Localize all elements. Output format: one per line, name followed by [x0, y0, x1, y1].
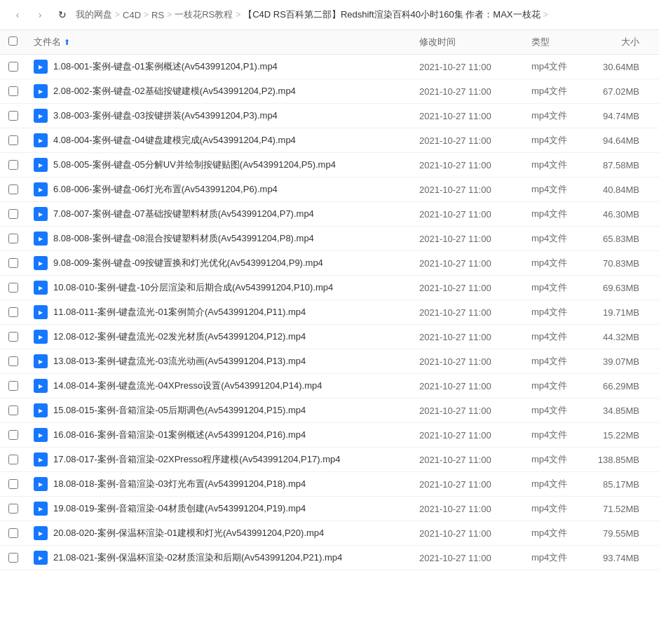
header-check[interactable]	[8, 36, 34, 48]
row-mtime-18: 2021-10-27 11:00	[419, 504, 531, 514]
row-name-0[interactable]: 1.08-001-案例-键盘-01案例概述(Av543991204,P1).mp…	[34, 60, 419, 74]
row-check-3[interactable]	[8, 135, 34, 145]
row-mtime-13: 2021-10-27 11:00	[419, 381, 531, 391]
row-check-9[interactable]	[8, 283, 34, 293]
row-check-15[interactable]	[8, 430, 34, 440]
row-size-19: 79.55MB	[587, 528, 651, 539]
breadcrumb-rs[interactable]: RS	[151, 10, 164, 20]
row-check-17[interactable]	[8, 479, 34, 489]
row-check-10[interactable]	[8, 307, 34, 317]
row-check-4[interactable]	[8, 160, 34, 170]
breadcrumb-home[interactable]: 我的网盘	[76, 8, 112, 21]
row-check-5[interactable]	[8, 185, 34, 194]
row-check-19[interactable]	[8, 528, 34, 538]
row-check-7[interactable]	[8, 234, 34, 243]
file-icon-9	[34, 281, 48, 295]
row-name-3[interactable]: 4.08-004-案例-键盘-04键盘建模完成(Av543991204,P4).…	[34, 133, 419, 147]
file-name-text-18: 19.08-019-案例-音箱渲染-04材质创建(Av543991204,P19…	[53, 502, 306, 515]
row-name-5[interactable]: 6.08-006-案例-键盘-06灯光布置(Av543991204,P6).mp…	[34, 182, 419, 196]
row-name-11[interactable]: 12.08-012-案例-键盘流光-02发光材质(Av543991204,P12…	[34, 330, 419, 344]
row-check-12[interactable]	[8, 356, 34, 366]
row-name-13[interactable]: 14.08-014-案例-键盘流光-04XPresso设置(Av54399120…	[34, 379, 419, 393]
row-checkbox-2[interactable]	[8, 111, 18, 121]
row-name-4[interactable]: 5.08-005-案例-键盘-05分解UV并绘制按键贴图(Av543991204…	[34, 158, 419, 172]
row-name-17[interactable]: 18.08-018-案例-音箱渲染-03灯光布置(Av543991204,P18…	[34, 477, 419, 491]
row-mtime-10: 2021-10-27 11:00	[419, 307, 531, 318]
row-check-13[interactable]	[8, 381, 34, 391]
row-name-6[interactable]: 7.08-007-案例-键盘-07基础按键塑料材质(Av543991204,P7…	[34, 207, 419, 221]
row-check-18[interactable]	[8, 504, 34, 514]
row-size-3: 94.64MB	[587, 135, 651, 146]
row-size-7: 65.83MB	[587, 234, 651, 244]
header-filename[interactable]: 文件名 ⬆	[34, 36, 419, 48]
row-name-1[interactable]: 2.08-002-案例-键盘-02基础按键建模(Av543991204,P2).…	[34, 84, 419, 98]
breadcrumb-c4d[interactable]: C4D	[123, 10, 141, 20]
file-name-text-17: 18.08-018-案例-音箱渲染-03灯光布置(Av543991204,P18…	[53, 478, 306, 490]
row-size-12: 39.07MB	[587, 356, 651, 367]
row-name-7[interactable]: 8.08-008-案例-键盘-08混合按键塑料材质(Av543991204,P8…	[34, 232, 419, 246]
row-checkbox-8[interactable]	[8, 258, 18, 268]
row-checkbox-0[interactable]	[8, 62, 18, 72]
row-checkbox-19[interactable]	[8, 528, 18, 538]
row-checkbox-12[interactable]	[8, 356, 18, 366]
breadcrumb-yizhihua[interactable]: 一枝花RS教程	[175, 8, 233, 21]
file-name-text-19: 20.08-020-案例-保温杯渲染-01建模和灯光(Av543991204,P…	[53, 527, 324, 539]
row-checkbox-6[interactable]	[8, 209, 18, 219]
row-checkbox-18[interactable]	[8, 504, 18, 514]
row-check-8[interactable]	[8, 258, 34, 268]
row-checkbox-11[interactable]	[8, 332, 18, 342]
row-check-1[interactable]	[8, 86, 34, 96]
row-check-6[interactable]	[8, 209, 34, 219]
table-row: 13.08-013-案例-键盘流光-03流光动画(Av543991204,P13…	[0, 349, 659, 374]
row-name-15[interactable]: 16.08-016-案例-音箱渲染-01案例概述(Av543991204,P16…	[34, 428, 419, 442]
row-name-2[interactable]: 3.08-003-案例-键盘-03按键拼装(Av543991204,P3).mp…	[34, 109, 419, 123]
row-size-13: 66.29MB	[587, 381, 651, 391]
select-all-checkbox[interactable]	[8, 36, 18, 46]
row-name-9[interactable]: 10.08-010-案例-键盘-10分层渲染和后期合成(Av543991204,…	[34, 281, 419, 295]
row-name-20[interactable]: 21.08-021-案例-保温杯渲染-02材质渲染和后期(Av543991204…	[34, 551, 419, 565]
row-check-2[interactable]	[8, 111, 34, 121]
row-checkbox-1[interactable]	[8, 86, 18, 96]
row-name-16[interactable]: 17.08-017-案例-音箱渲染-02XPresso程序建模(Av543991…	[34, 452, 419, 467]
table-row: 7.08-007-案例-键盘-07基础按键塑料材质(Av543991204,P7…	[0, 202, 659, 227]
row-checkbox-14[interactable]	[8, 405, 18, 415]
row-type-0: mp4文件	[531, 60, 587, 73]
row-check-11[interactable]	[8, 332, 34, 342]
row-checkbox-15[interactable]	[8, 430, 18, 440]
row-name-14[interactable]: 15.08-015-案例-音箱渲染-05后期调色(Av543991204,P15…	[34, 403, 419, 417]
row-checkbox-9[interactable]	[8, 283, 18, 293]
row-checkbox-10[interactable]	[8, 307, 18, 317]
back-button[interactable]: ‹	[8, 6, 27, 24]
row-name-18[interactable]: 19.08-019-案例-音箱渲染-04材质创建(Av543991204,P19…	[34, 502, 419, 516]
row-checkbox-17[interactable]	[8, 479, 18, 489]
row-check-16[interactable]	[8, 455, 34, 464]
row-mtime-12: 2021-10-27 11:00	[419, 356, 531, 367]
row-name-10[interactable]: 11.08-011-案例-键盘流光-01案例简介(Av543991204,P11…	[34, 305, 419, 319]
file-icon-4	[34, 158, 48, 172]
row-name-8[interactable]: 9.08-009-案例-键盘-09按键置换和灯光优化(Av543991204,P…	[34, 256, 419, 270]
table-row: 8.08-008-案例-键盘-08混合按键塑料材质(Av543991204,P8…	[0, 227, 659, 251]
file-icon-20	[34, 551, 48, 565]
row-checkbox-4[interactable]	[8, 160, 18, 170]
row-check-0[interactable]	[8, 62, 34, 72]
row-name-19[interactable]: 20.08-020-案例-保温杯渲染-01建模和灯光(Av543991204,P…	[34, 526, 419, 540]
table-row: 2.08-002-案例-键盘-02基础按键建模(Av543991204,P2).…	[0, 79, 659, 104]
row-checkbox-3[interactable]	[8, 135, 18, 145]
row-checkbox-7[interactable]	[8, 234, 18, 243]
row-size-8: 70.83MB	[587, 258, 651, 269]
row-mtime-7: 2021-10-27 11:00	[419, 234, 531, 244]
forward-button[interactable]: ›	[31, 6, 49, 24]
row-checkbox-16[interactable]	[8, 455, 18, 464]
row-size-0: 30.64MB	[587, 62, 651, 72]
row-checkbox-5[interactable]	[8, 185, 18, 194]
refresh-button[interactable]: ↻	[53, 6, 72, 24]
row-name-12[interactable]: 13.08-013-案例-键盘流光-03流光动画(Av543991204,P13…	[34, 354, 419, 368]
row-type-18: mp4文件	[531, 502, 587, 515]
row-check-20[interactable]	[8, 553, 34, 563]
row-type-4: mp4文件	[531, 159, 587, 171]
table-row: 6.08-006-案例-键盘-06灯光布置(Av543991204,P6).mp…	[0, 177, 659, 202]
row-check-14[interactable]	[8, 405, 34, 415]
row-checkbox-20[interactable]	[8, 553, 18, 563]
row-checkbox-13[interactable]	[8, 381, 18, 391]
table-row: 16.08-016-案例-音箱渲染-01案例概述(Av543991204,P16…	[0, 423, 659, 448]
